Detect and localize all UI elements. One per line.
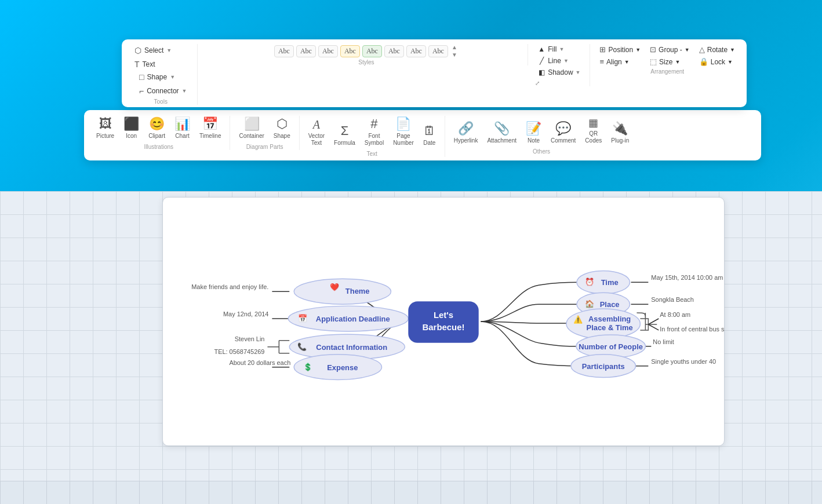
- svg-text:Contact Information: Contact Information: [316, 343, 387, 352]
- style-chip-7[interactable]: Abc: [406, 45, 426, 57]
- svg-text:Barbecue!: Barbecue!: [423, 322, 465, 332]
- chart-icon: 📊: [174, 118, 190, 130]
- illustrations-section: 🖼 Picture ⬛ Icon 😊 Clipart 📊 Chart 📅 Tim…: [93, 116, 230, 150]
- icon-button[interactable]: ⬛ Icon: [121, 116, 142, 141]
- line-button[interactable]: ╱ Line ▼: [535, 56, 583, 66]
- text-icon: T: [134, 60, 140, 69]
- arrangement-section: ⊞ Position ▼ ⊡ Group - ▼ △ Rotate ▼ ≡ Al…: [597, 44, 737, 75]
- container-button[interactable]: ⬜ Container: [236, 116, 267, 141]
- font-symbol-button[interactable]: # FontSymbol: [362, 116, 387, 148]
- style-chip-4[interactable]: Abc: [340, 45, 360, 57]
- shape-button[interactable]: □ Shape ▼: [136, 71, 190, 83]
- clipart-icon: 😊: [149, 118, 165, 130]
- svg-text:At 8:00 am: At 8:00 am: [660, 311, 690, 318]
- group-button[interactable]: ⊡ Group - ▼: [648, 44, 692, 55]
- svg-text:Songkla Beach: Songkla Beach: [651, 296, 694, 303]
- styles-scroll-down[interactable]: ▼: [450, 52, 459, 58]
- fill-line-shadow-section: ▲ Fill ▼ ╱ Line ▼ ◧ Shadow ▼ ⤢: [535, 44, 590, 86]
- styles-expand[interactable]: ⤢: [535, 80, 544, 86]
- select-icon: ⬡: [134, 46, 141, 55]
- size-icon: ⬚: [650, 57, 657, 66]
- shadow-button[interactable]: ◧ Shadow ▼: [535, 67, 583, 78]
- fill-button[interactable]: ▲ Fill ▼: [535, 44, 583, 54]
- shape-button2[interactable]: ⬡ Shape: [271, 116, 293, 141]
- attachment-button[interactable]: 📎 Attachment: [484, 120, 519, 146]
- svg-text:⏰: ⏰: [585, 277, 595, 287]
- bottom-grid: [0, 481, 822, 504]
- date-icon: 🗓: [423, 125, 436, 137]
- svg-text:Place & Time: Place & Time: [587, 323, 633, 332]
- svg-text:Number of People: Number of People: [579, 342, 643, 351]
- date-button[interactable]: 🗓 Date: [420, 123, 439, 148]
- expense-node: 💲 Expense: [294, 355, 381, 380]
- svg-text:📞: 📞: [297, 342, 307, 352]
- canvas-area[interactable]: ❤️ Theme Make friends and enjoy life. 📅 …: [0, 191, 822, 504]
- svg-line-40: [648, 324, 659, 330]
- select-button[interactable]: ⬡ Select ▼: [131, 44, 175, 57]
- formula-button[interactable]: Σ Formula: [331, 123, 358, 148]
- picture-button[interactable]: 🖼 Picture: [93, 116, 117, 141]
- svg-text:Place: Place: [600, 300, 620, 309]
- vector-text-button[interactable]: A VectorText: [305, 117, 328, 148]
- styles-row: Abc Abc Abc Abc Abc Abc Abc Abc ▲ ▼: [274, 44, 459, 58]
- svg-text:Participants: Participants: [582, 362, 625, 371]
- diagram-parts-section: ⬜ Container ⬡ Shape Diagram Parts: [236, 116, 299, 150]
- size-button[interactable]: ⬚ Size ▼: [648, 56, 692, 67]
- diagram-card[interactable]: ❤️ Theme Make friends and enjoy life. 📅 …: [162, 197, 725, 446]
- svg-text:⚠️: ⚠️: [573, 315, 583, 324]
- lock-button[interactable]: 🔒 Lock ▼: [697, 56, 737, 67]
- page-number-icon: 📄: [395, 118, 411, 130]
- align-icon: ≡: [599, 57, 604, 66]
- position-button[interactable]: ⊞ Position ▼: [597, 44, 643, 55]
- svg-text:💲: 💲: [303, 363, 313, 372]
- rotate-icon: △: [699, 45, 705, 54]
- note-button[interactable]: 📝 Note: [523, 120, 544, 146]
- svg-text:About 20 dollars each: About 20 dollars each: [229, 359, 290, 366]
- group-icon: ⊡: [650, 45, 656, 54]
- bottom-strip: [0, 481, 822, 504]
- style-chip-5[interactable]: Abc: [362, 45, 382, 57]
- align-button[interactable]: ≡ Align ▼: [597, 56, 643, 67]
- fill-icon: ▲: [537, 45, 545, 53]
- rotate-button[interactable]: △ Rotate ▼: [697, 44, 737, 55]
- style-chip-2[interactable]: Abc: [296, 45, 316, 57]
- mindmap-svg: ❤️ Theme Make friends and enjoy life. 📅 …: [163, 198, 724, 445]
- styles-section: Abc Abc Abc Abc Abc Abc Abc Abc ▲ ▼ Styl…: [205, 44, 528, 65]
- timeline-button[interactable]: 📅 Timeline: [197, 116, 224, 141]
- style-chip-8[interactable]: Abc: [428, 45, 448, 57]
- clipart-button[interactable]: 😊 Clipart: [146, 116, 168, 141]
- style-chip-3[interactable]: Abc: [318, 45, 338, 57]
- font-symbol-icon: #: [370, 118, 377, 130]
- plugin-button[interactable]: 🔌 Plug-in: [608, 120, 632, 146]
- position-icon: ⊞: [599, 45, 606, 54]
- svg-point-7: [294, 279, 391, 304]
- svg-text:May 12nd, 2014: May 12nd, 2014: [223, 311, 268, 317]
- container-icon: ⬜: [244, 118, 260, 130]
- svg-text:Expense: Expense: [327, 363, 358, 372]
- icon-icon: ⬛: [123, 118, 139, 130]
- shape-icon: □: [139, 72, 144, 82]
- tools-section: ⬡ Select ▼ T Text □ Shape ▼ ⌐ Connector …: [131, 44, 198, 105]
- connector-icon: ⌐: [139, 86, 144, 96]
- svg-text:Steven Lin: Steven Lin: [235, 335, 265, 342]
- toolbar-1: ⬡ Select ▼ T Text □ Shape ▼ ⌐ Connector …: [122, 39, 747, 107]
- center-node: Let's Barbecue!: [408, 301, 478, 343]
- connector-button[interactable]: ⌐ Connector ▼: [136, 85, 190, 97]
- comment-button[interactable]: 💬 Comment: [548, 120, 579, 146]
- hyperlink-icon: 🔗: [458, 122, 474, 135]
- toolbar-2: 🖼 Picture ⬛ Icon 😊 Clipart 📊 Chart 📅 Tim…: [84, 110, 761, 160]
- style-chip-6[interactable]: Abc: [384, 45, 404, 57]
- styles-scroll-up[interactable]: ▲: [450, 44, 459, 50]
- svg-text:Make friends and enjoy life.: Make friends and enjoy life.: [191, 283, 268, 290]
- style-chip-1[interactable]: Abc: [274, 45, 294, 57]
- text-button[interactable]: T Text: [131, 58, 175, 71]
- vector-text-icon: A: [313, 119, 320, 130]
- svg-text:No limit: No limit: [653, 338, 674, 345]
- chart-button[interactable]: 📊 Chart: [172, 116, 193, 141]
- shape-icon2: ⬡: [277, 118, 288, 130]
- hyperlink-button[interactable]: 🔗 Hyperlink: [451, 120, 481, 146]
- svg-text:❤️: ❤️: [330, 283, 340, 292]
- qr-codes-button[interactable]: ▦ QRCodes: [582, 116, 605, 146]
- theme-node: ❤️ Theme: [294, 279, 391, 304]
- page-number-button[interactable]: 📄 PageNumber: [390, 116, 417, 148]
